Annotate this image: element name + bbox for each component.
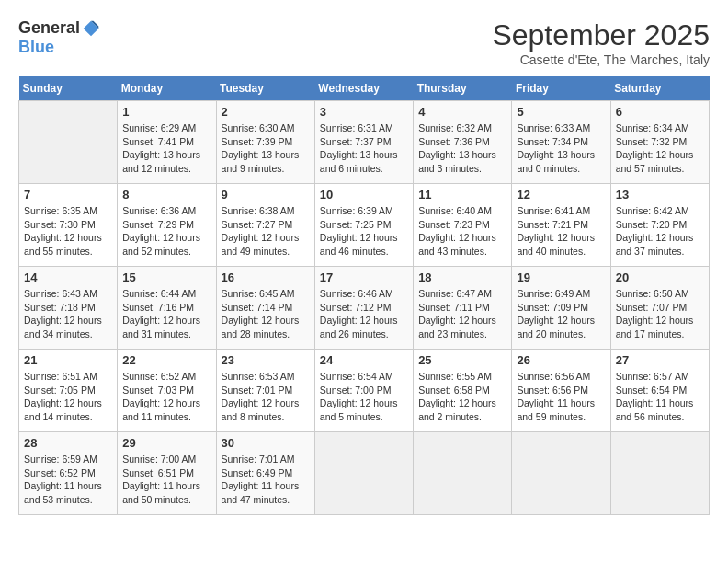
day-number: 29 — [122, 436, 210, 450]
logo-icon — [82, 19, 100, 38]
calendar-week-row: 7Sunrise: 6:35 AMSunset: 7:30 PMDaylight… — [19, 184, 710, 267]
calendar-cell: 25Sunrise: 6:55 AMSunset: 6:58 PMDayligh… — [414, 350, 512, 432]
cell-info: Sunrise: 6:59 AMSunset: 6:52 PMDaylight:… — [24, 453, 112, 507]
month-title: September 2025 — [492, 18, 710, 52]
day-number: 8 — [122, 188, 210, 201]
calendar-cell: 20Sunrise: 6:50 AMSunset: 7:07 PMDayligh… — [610, 267, 709, 350]
weekday-header-friday: Friday — [512, 76, 610, 101]
weekday-header-wednesday: Wednesday — [314, 76, 413, 101]
title-area: September 2025 Casette d'Ete, The Marche… — [492, 18, 710, 67]
cell-info: Sunrise: 6:52 AMSunset: 7:03 PMDaylight:… — [122, 370, 210, 424]
day-number: 30 — [222, 436, 310, 450]
calendar-week-row: 21Sunrise: 6:51 AMSunset: 7:05 PMDayligh… — [19, 350, 710, 432]
cell-info: Sunrise: 6:51 AMSunset: 7:05 PMDaylight:… — [24, 370, 112, 424]
cell-info: Sunrise: 6:42 AMSunset: 7:20 PMDaylight:… — [616, 204, 704, 259]
cell-info: Sunrise: 7:00 AMSunset: 6:51 PMDaylight:… — [122, 453, 210, 507]
cell-info: Sunrise: 6:47 AMSunset: 7:11 PMDaylight:… — [418, 287, 506, 341]
calendar-week-row: 28Sunrise: 6:59 AMSunset: 6:52 PMDayligh… — [19, 432, 710, 515]
day-number: 19 — [517, 270, 605, 284]
day-number: 27 — [616, 353, 704, 367]
day-number: 22 — [122, 353, 210, 367]
cell-info: Sunrise: 6:40 AMSunset: 7:23 PMDaylight:… — [418, 204, 506, 259]
day-number: 16 — [222, 270, 310, 284]
calendar-cell: 10Sunrise: 6:39 AMSunset: 7:25 PMDayligh… — [314, 184, 413, 267]
day-number: 23 — [222, 353, 310, 367]
day-number: 26 — [517, 353, 605, 367]
logo-blue-text: Blue — [18, 38, 54, 57]
day-number: 17 — [320, 270, 408, 284]
calendar-cell: 12Sunrise: 6:41 AMSunset: 7:21 PMDayligh… — [512, 184, 610, 267]
cell-info: Sunrise: 6:41 AMSunset: 7:21 PMDaylight:… — [517, 204, 605, 259]
cell-info: Sunrise: 6:34 AMSunset: 7:32 PMDaylight:… — [616, 121, 704, 176]
calendar-cell: 14Sunrise: 6:43 AMSunset: 7:18 PMDayligh… — [19, 267, 118, 350]
cell-info: Sunrise: 6:32 AMSunset: 7:36 PMDaylight:… — [418, 121, 506, 176]
calendar-cell — [19, 101, 118, 184]
day-number: 5 — [517, 105, 605, 119]
calendar-cell: 11Sunrise: 6:40 AMSunset: 7:23 PMDayligh… — [414, 184, 512, 267]
calendar-cell: 8Sunrise: 6:36 AMSunset: 7:29 PMDaylight… — [118, 184, 216, 267]
calendar-cell: 9Sunrise: 6:38 AMSunset: 7:27 PMDaylight… — [216, 184, 314, 267]
calendar-cell: 13Sunrise: 6:42 AMSunset: 7:20 PMDayligh… — [610, 184, 709, 267]
cell-info: Sunrise: 6:53 AMSunset: 7:01 PMDaylight:… — [222, 370, 310, 424]
cell-info: Sunrise: 6:38 AMSunset: 7:27 PMDaylight:… — [222, 204, 310, 259]
day-number: 4 — [418, 105, 506, 119]
cell-info: Sunrise: 6:36 AMSunset: 7:29 PMDaylight:… — [122, 204, 210, 259]
svg-marker-0 — [84, 20, 99, 36]
calendar-week-row: 1Sunrise: 6:29 AMSunset: 7:41 PMDaylight… — [19, 101, 710, 184]
calendar-cell — [314, 432, 413, 515]
day-number: 21 — [24, 353, 112, 367]
cell-info: Sunrise: 6:30 AMSunset: 7:39 PMDaylight:… — [222, 121, 310, 176]
logo-general-text: General — [18, 18, 80, 38]
cell-info: Sunrise: 6:57 AMSunset: 6:54 PMDaylight:… — [616, 370, 704, 424]
calendar-cell: 29Sunrise: 7:00 AMSunset: 6:51 PMDayligh… — [118, 432, 216, 515]
calendar-cell: 23Sunrise: 6:53 AMSunset: 7:01 PMDayligh… — [216, 350, 314, 432]
cell-info: Sunrise: 6:35 AMSunset: 7:30 PMDaylight:… — [24, 204, 112, 259]
day-number: 24 — [320, 353, 408, 367]
calendar-cell: 6Sunrise: 6:34 AMSunset: 7:32 PMDaylight… — [610, 101, 709, 184]
calendar-cell: 1Sunrise: 6:29 AMSunset: 7:41 PMDaylight… — [118, 101, 216, 184]
calendar-cell: 18Sunrise: 6:47 AMSunset: 7:11 PMDayligh… — [414, 267, 512, 350]
calendar-cell: 16Sunrise: 6:45 AMSunset: 7:14 PMDayligh… — [216, 267, 314, 350]
day-number: 9 — [222, 188, 310, 201]
page-header: General Blue September 2025 Casette d'Et… — [18, 18, 710, 67]
cell-info: Sunrise: 6:56 AMSunset: 6:56 PMDaylight:… — [517, 370, 605, 424]
day-number: 20 — [616, 270, 704, 284]
calendar-cell: 7Sunrise: 6:35 AMSunset: 7:30 PMDaylight… — [19, 184, 118, 267]
cell-info: Sunrise: 6:31 AMSunset: 7:37 PMDaylight:… — [320, 121, 408, 176]
calendar-cell: 4Sunrise: 6:32 AMSunset: 7:36 PMDaylight… — [414, 101, 512, 184]
calendar-cell — [414, 432, 512, 515]
day-number: 28 — [24, 436, 112, 450]
calendar-cell: 15Sunrise: 6:44 AMSunset: 7:16 PMDayligh… — [118, 267, 216, 350]
cell-info: Sunrise: 6:50 AMSunset: 7:07 PMDaylight:… — [616, 287, 704, 341]
logo: General Blue — [18, 18, 100, 57]
day-number: 6 — [616, 105, 704, 119]
weekday-header-saturday: Saturday — [610, 76, 709, 101]
calendar-table: SundayMondayTuesdayWednesdayThursdayFrid… — [18, 76, 710, 515]
cell-info: Sunrise: 6:33 AMSunset: 7:34 PMDaylight:… — [517, 121, 605, 176]
day-number: 3 — [320, 105, 408, 119]
calendar-cell: 5Sunrise: 6:33 AMSunset: 7:34 PMDaylight… — [512, 101, 610, 184]
day-number: 10 — [320, 188, 408, 201]
calendar-cell: 24Sunrise: 6:54 AMSunset: 7:00 PMDayligh… — [314, 350, 413, 432]
cell-info: Sunrise: 6:45 AMSunset: 7:14 PMDaylight:… — [222, 287, 310, 341]
calendar-cell — [512, 432, 610, 515]
day-number: 25 — [418, 353, 506, 367]
cell-info: Sunrise: 6:43 AMSunset: 7:18 PMDaylight:… — [24, 287, 112, 341]
calendar-cell: 26Sunrise: 6:56 AMSunset: 6:56 PMDayligh… — [512, 350, 610, 432]
calendar-header-row: SundayMondayTuesdayWednesdayThursdayFrid… — [19, 76, 710, 101]
cell-info: Sunrise: 6:29 AMSunset: 7:41 PMDaylight:… — [122, 121, 210, 176]
calendar-cell: 2Sunrise: 6:30 AMSunset: 7:39 PMDaylight… — [216, 101, 314, 184]
day-number: 11 — [418, 188, 506, 201]
day-number: 14 — [24, 270, 112, 284]
day-number: 13 — [616, 188, 704, 201]
calendar-cell: 19Sunrise: 6:49 AMSunset: 7:09 PMDayligh… — [512, 267, 610, 350]
weekday-header-thursday: Thursday — [414, 76, 512, 101]
day-number: 2 — [222, 105, 310, 119]
cell-info: Sunrise: 6:39 AMSunset: 7:25 PMDaylight:… — [320, 204, 408, 259]
calendar-cell: 3Sunrise: 6:31 AMSunset: 7:37 PMDaylight… — [314, 101, 413, 184]
weekday-header-tuesday: Tuesday — [216, 76, 314, 101]
calendar-cell: 28Sunrise: 6:59 AMSunset: 6:52 PMDayligh… — [19, 432, 118, 515]
location-subtitle: Casette d'Ete, The Marches, Italy — [492, 52, 710, 67]
cell-info: Sunrise: 6:46 AMSunset: 7:12 PMDaylight:… — [320, 287, 408, 341]
cell-info: Sunrise: 6:54 AMSunset: 7:00 PMDaylight:… — [320, 370, 408, 424]
